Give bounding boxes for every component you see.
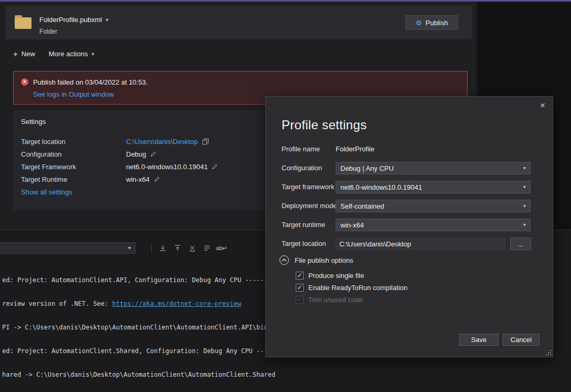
check-icon: ✓	[297, 284, 302, 291]
chevron-up-circle-icon[interactable]	[279, 255, 289, 265]
selected-value: win-x64	[340, 221, 364, 229]
folder-icon	[15, 17, 32, 29]
deployment-mode-select[interactable]: Self-contained ▾	[336, 200, 531, 212]
settings-row-target-framework: Target Framework net6.0-windows10.0.1904…	[21, 162, 218, 171]
clear-all-icon[interactable]	[187, 243, 198, 253]
enable-readytorun-option: ✓ Enable ReadyToRun compilation	[296, 282, 408, 293]
setting-label: Target Runtime	[21, 176, 126, 183]
console-line: review version of .NET. See: https://aka…	[2, 300, 275, 308]
close-icon[interactable]: ×	[540, 101, 545, 110]
toolbar-separator	[151, 243, 152, 253]
profile-file-name[interactable]: FolderProfile.pubxml	[39, 16, 102, 24]
error-icon: ×	[21, 78, 28, 86]
setting-value: win-x64	[126, 176, 150, 183]
console-line: hared -> C:\Users\danis\Desktop\Automati…	[2, 371, 275, 379]
output-toolbar: ab↵	[158, 243, 227, 253]
settings-row-target-runtime: Target Runtime win-x64	[21, 174, 160, 184]
selected-value: Debug | Any CPU	[340, 164, 394, 172]
chevron-down-icon: ▾	[523, 203, 526, 209]
field-label: Target framework	[282, 183, 334, 191]
profile-selector[interactable]: FolderProfile.pubxml ▾	[39, 16, 108, 24]
field-label: Configuration	[282, 164, 322, 172]
target-location-link[interactable]: C:\Users\danis\Desktop	[126, 138, 198, 146]
dialog-row-target-location: Target location ...	[282, 238, 539, 250]
checkbox-label: Produce single file	[308, 272, 364, 280]
edit-pencil-icon[interactable]	[150, 151, 157, 157]
check-icon: ✓	[297, 272, 302, 278]
cancel-button[interactable]: Cancel	[503, 334, 539, 346]
dotnet-preview-link[interactable]: https://aka.ms/dotnet-core-preview	[112, 300, 242, 307]
profile-name-value: FolderProfile	[336, 145, 375, 153]
publish-icon: ⚙	[416, 19, 422, 26]
publish-button[interactable]: ⚙ Publish	[406, 15, 458, 30]
trim-unused-code-option: ✓ Trim unused code	[296, 294, 363, 305]
messages-list-icon[interactable]	[202, 243, 212, 253]
field-label: Deployment mode	[282, 202, 337, 210]
field-label: Profile name	[282, 145, 320, 153]
configuration-select[interactable]: Debug | Any CPU ▾	[336, 162, 531, 174]
dialog-row-profile-name: Profile name FolderProfile	[282, 143, 539, 156]
dialog-title: Profile settings	[282, 118, 367, 132]
new-profile-button[interactable]: + New	[13, 50, 35, 58]
target-runtime-select[interactable]: win-x64 ▾	[336, 219, 531, 231]
check-icon: ✓	[297, 296, 302, 303]
target-framework-select[interactable]: net6.0-windows10.0.19041 ▾	[336, 181, 531, 193]
edit-pencil-icon[interactable]	[212, 163, 218, 170]
profile-actions: + New More actions ▾	[13, 50, 94, 58]
setting-value: Debug	[126, 150, 146, 158]
file-publish-options-toggle[interactable]: File publish options	[279, 255, 353, 265]
chevron-down-icon[interactable]: ▾	[106, 17, 108, 23]
more-actions-label: More actions	[49, 50, 88, 58]
checkbox-label: Enable ReadyToRun compilation	[308, 284, 408, 292]
enable-readytorun-checkbox[interactable]: ✓	[296, 284, 304, 292]
field-label: Target location	[282, 240, 326, 247]
setting-label: Target Framework	[21, 163, 126, 171]
output-console: ed: Project: AutomationClient.API, Confi…	[2, 261, 275, 392]
console-line: ed: Project: AutomationClient.API, Confi…	[2, 276, 275, 284]
target-location-input[interactable]	[336, 238, 505, 250]
settings-row-configuration: Configuration Debug	[21, 149, 157, 159]
dialog-row-target-runtime: Target runtime win-x64 ▾	[282, 219, 539, 231]
more-actions-button[interactable]: More actions ▾	[49, 50, 94, 58]
console-line: ed: Project: AutomationClient.Shared, Co…	[2, 347, 275, 355]
trim-unused-code-checkbox: ✓	[296, 296, 304, 304]
new-button-label: New	[22, 50, 35, 58]
produce-single-file-option: ✓ Produce single file	[296, 270, 364, 281]
error-message: Publish failed on 03/04/2022 at 10:53.	[33, 78, 148, 86]
save-button[interactable]: Save	[459, 334, 499, 346]
show-all-settings-link[interactable]: Show all settings	[21, 188, 72, 196]
file-publish-options-label: File publish options	[295, 256, 353, 264]
settings-title: Settings	[21, 118, 46, 126]
go-to-previous-message-icon[interactable]	[158, 243, 168, 253]
console-line: PI -> C:\Users\danis\Desktop\AutomationC…	[2, 324, 275, 332]
chevron-down-icon: ▾	[523, 184, 526, 190]
plus-icon: +	[13, 50, 18, 58]
resize-grip[interactable]	[546, 350, 551, 355]
edit-pencil-icon[interactable]	[154, 176, 160, 182]
show-output-from-combo[interactable]: ▾	[0, 242, 136, 254]
checkbox-label: Trim unused code	[308, 296, 363, 304]
chevron-down-icon: ▾	[91, 51, 94, 57]
profile-settings-dialog: × Profile settings Profile name FolderPr…	[265, 96, 553, 357]
chevron-down-icon: ▾	[523, 222, 526, 228]
browse-button[interactable]: ...	[510, 238, 531, 250]
publish-button-label: Publish	[425, 19, 448, 27]
profile-type-label: Folder	[39, 28, 57, 35]
dialog-row-deployment-mode: Deployment mode Self-contained ▾	[282, 200, 539, 212]
settings-row-target-location: Target location C:\Users\danis\Desktop	[21, 137, 209, 146]
setting-label: Configuration	[21, 150, 126, 158]
field-label: Target runtime	[282, 221, 325, 229]
chevron-down-icon: ▾	[523, 166, 526, 171]
copy-icon[interactable]	[202, 138, 209, 145]
chevron-down-icon: ▾	[128, 245, 131, 251]
console-text: review version of .NET. See:	[2, 300, 112, 307]
dialog-row-target-framework: Target framework net6.0-windows10.0.1904…	[282, 181, 539, 193]
dialog-row-configuration: Configuration Debug | Any CPU ▾	[282, 162, 539, 174]
selected-value: Self-contained	[340, 202, 384, 210]
produce-single-file-checkbox[interactable]: ✓	[296, 272, 304, 280]
profile-header: FolderProfile.pubxml ▾ Folder ⚙ Publish	[5, 6, 472, 39]
setting-value: net6.0-windows10.0.19041	[126, 163, 207, 171]
output-logs-link[interactable]: See logs in Output window	[33, 90, 114, 98]
go-to-next-message-icon[interactable]	[172, 243, 183, 253]
toggle-word-wrap-icon[interactable]: ab↵	[216, 243, 227, 253]
